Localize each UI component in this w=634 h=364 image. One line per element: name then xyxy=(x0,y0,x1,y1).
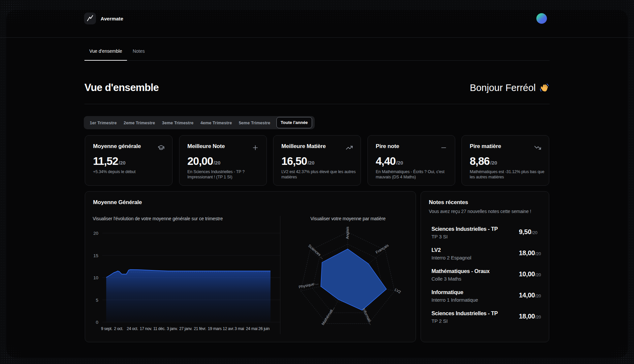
svg-text:11 déc.: 11 déc. xyxy=(153,326,166,331)
svg-text:24 mai: 24 mai xyxy=(246,326,258,331)
svg-text:Anglais: Anglais xyxy=(345,227,349,239)
svg-text:20: 20 xyxy=(93,231,98,236)
svg-text:LV2: LV2 xyxy=(394,288,401,294)
svg-text:26 juin: 26 juin xyxy=(258,326,269,331)
svg-text:24 oct.: 24 oct. xyxy=(127,326,138,331)
svg-text:0: 0 xyxy=(96,320,98,325)
svg-text:10: 10 xyxy=(93,275,98,280)
svg-text:3 janv.: 3 janv. xyxy=(167,326,178,331)
svg-text:9 sept.: 9 sept. xyxy=(101,326,112,331)
svg-text:17 nov.: 17 nov. xyxy=(140,326,152,331)
svg-text:Informati...: Informati... xyxy=(362,308,373,325)
svg-text:15: 15 xyxy=(93,253,98,258)
svg-text:Sciences ...: Sciences ... xyxy=(307,244,325,260)
svg-text:5: 5 xyxy=(96,298,98,303)
svg-text:Mathémati...: Mathémati... xyxy=(321,306,335,326)
svg-text:21 févr.: 21 févr. xyxy=(194,326,206,331)
svg-text:Physique-...: Physique-... xyxy=(299,281,319,289)
svg-text:2 oct.: 2 oct. xyxy=(114,326,123,331)
svg-text:19 mars: 19 mars xyxy=(208,326,222,331)
svg-text:3 mai: 3 mai xyxy=(235,326,244,331)
svg-text:27 janv.: 27 janv. xyxy=(179,326,192,331)
svg-text:12 avr.: 12 avr. xyxy=(223,326,234,331)
